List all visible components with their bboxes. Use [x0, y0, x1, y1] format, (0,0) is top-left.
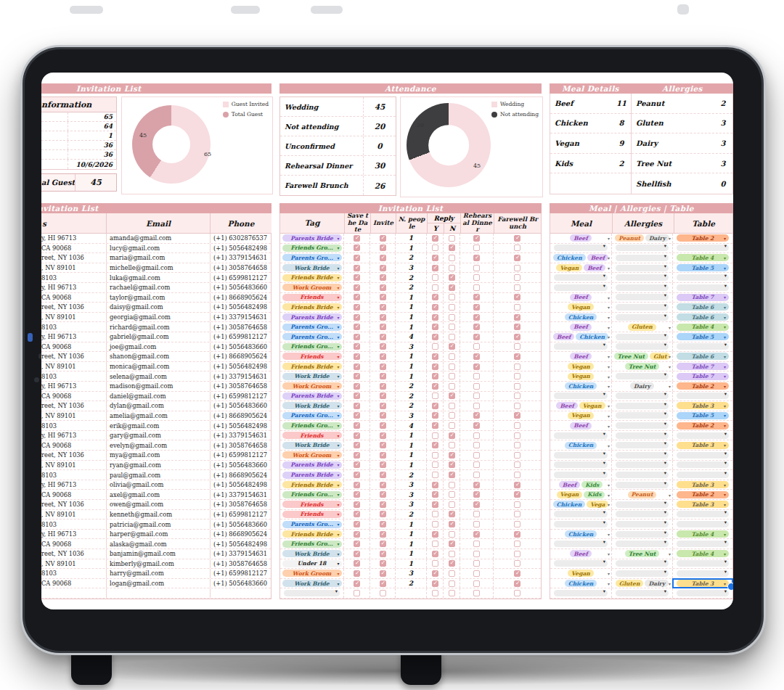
contact-address-cell[interactable]: CA 90068	[41, 392, 107, 401]
contact-address-cell[interactable]: y, HI 96713	[41, 234, 107, 243]
reply-yes-checkbox[interactable]	[432, 255, 438, 261]
save-the-date-checkbox[interactable]	[354, 393, 360, 399]
invite-checkbox[interactable]	[380, 403, 386, 409]
invite-checkbox[interactable]	[380, 324, 386, 330]
empty-allergy-dropdown[interactable]	[616, 255, 669, 261]
contact-address-cell[interactable]: reet, NY 1036	[41, 549, 107, 559]
reply-no-checkbox[interactable]	[449, 412, 455, 419]
tag-pill[interactable]: Parents Bride▾	[282, 461, 342, 469]
reply-yes-checkbox[interactable]	[432, 482, 438, 488]
contact-address-cell[interactable]: reet, NY 1036	[41, 451, 107, 460]
contact-address-cell[interactable]: y, HI 96713	[41, 431, 107, 440]
contact-phone-cell[interactable]: (+1) 3058764658	[211, 559, 271, 569]
chevron-down-icon[interactable]: ▾	[608, 295, 610, 300]
meal-pill[interactable]: Beef	[587, 254, 608, 261]
farewell-brunch-checkbox[interactable]	[514, 304, 520, 311]
reply-no-checkbox[interactable]	[449, 482, 455, 488]
rehearsal-dinner-checkbox[interactable]	[473, 590, 480, 596]
tag-pill[interactable]: Parents Bride▾	[282, 472, 342, 479]
contact-address-cell[interactable]: y, HI 96713	[41, 530, 107, 539]
rehearsal-dinner-checkbox[interactable]	[473, 255, 480, 261]
meal-pill[interactable]: Beef	[570, 353, 591, 360]
empty-table-dropdown[interactable]	[677, 452, 729, 459]
farewell-brunch-checkbox[interactable]	[514, 422, 520, 429]
farewell-brunch-checkbox[interactable]	[514, 403, 520, 409]
empty-allergy-dropdown[interactable]	[616, 294, 669, 300]
farewell-brunch-checkbox[interactable]	[514, 255, 520, 261]
save-the-date-checkbox[interactable]	[354, 541, 360, 547]
reply-yes-checkbox[interactable]	[432, 393, 438, 399]
empty-allergy-dropdown[interactable]	[616, 422, 669, 429]
reply-no-checkbox[interactable]	[449, 245, 455, 251]
invite-checkbox[interactable]	[380, 284, 386, 291]
reply-no-checkbox[interactable]	[449, 235, 455, 242]
empty-allergy-dropdown[interactable]	[616, 245, 669, 251]
farewell-brunch-checkbox[interactable]	[514, 531, 520, 538]
reply-yes-checkbox[interactable]	[432, 461, 438, 468]
empty-meal-dropdown[interactable]	[554, 432, 608, 439]
farewell-brunch-checkbox[interactable]	[514, 432, 520, 439]
tag-pill[interactable]: Parents Gro...▾	[282, 324, 342, 331]
invite-checkbox[interactable]	[380, 412, 386, 419]
contact-email-cell[interactable]: luka@gmail.com	[107, 273, 211, 282]
contact-email-cell[interactable]: selena@gmail.com	[107, 371, 211, 381]
save-the-date-checkbox[interactable]	[354, 294, 360, 300]
save-the-date-checkbox[interactable]	[354, 324, 360, 330]
chevron-down-icon[interactable]: ▾	[608, 532, 610, 537]
contact-phone-cell[interactable]: (+1) 3058764658	[211, 263, 271, 273]
reply-yes-checkbox[interactable]	[432, 432, 438, 439]
rehearsal-dinner-checkbox[interactable]	[473, 314, 480, 321]
allergy-pill[interactable]: Tree Nut	[614, 353, 648, 360]
allergy-pill[interactable]: Tree Nut	[625, 550, 659, 557]
reply-yes-checkbox[interactable]	[432, 314, 438, 321]
contact-address-cell[interactable]: 8103	[41, 273, 107, 282]
contact-phone-cell[interactable]: (+1) 3379154631	[211, 371, 271, 381]
rehearsal-dinner-checkbox[interactable]	[473, 274, 480, 281]
table-pill[interactable]: Table 4▾	[677, 530, 729, 538]
farewell-brunch-checkbox[interactable]	[514, 284, 520, 291]
meal-pill[interactable]: Kids	[581, 481, 603, 488]
meal-pill[interactable]: Chicken	[553, 501, 586, 508]
meal-pill[interactable]: Kids	[584, 491, 605, 498]
empty-table-dropdown[interactable]	[677, 245, 729, 251]
rehearsal-dinner-checkbox[interactable]	[473, 364, 480, 370]
tag-pill[interactable]: Parents Bride▾	[282, 313, 342, 321]
farewell-brunch-checkbox[interactable]	[514, 274, 520, 281]
contact-address-cell[interactable]: , NV 89101	[41, 313, 107, 322]
allergy-pill[interactable]: Gluten	[628, 324, 656, 331]
invite-checkbox[interactable]	[380, 482, 386, 488]
save-the-date-checkbox[interactable]	[354, 364, 360, 370]
save-the-date-checkbox[interactable]	[354, 422, 360, 429]
empty-table-dropdown[interactable]	[677, 560, 729, 567]
farewell-brunch-checkbox[interactable]	[514, 353, 520, 360]
tag-pill[interactable]: Friends Bride▾	[282, 530, 342, 538]
tag-pill[interactable]: Friends▾	[282, 294, 342, 301]
tag-pill[interactable]: Work Bride▾	[282, 580, 342, 587]
contact-email-cell[interactable]: maria@gmail.com	[107, 253, 211, 263]
empty-meal-dropdown[interactable]	[554, 393, 608, 399]
reply-yes-checkbox[interactable]	[432, 422, 438, 429]
contact-address-cell[interactable]: 8103	[41, 371, 107, 381]
reply-no-checkbox[interactable]	[449, 501, 455, 508]
table-pill[interactable]: Table 3▾	[677, 442, 729, 449]
empty-table-dropdown[interactable]	[677, 284, 729, 291]
tag-pill[interactable]: Friends Gro...▾	[282, 541, 342, 548]
contact-email-cell[interactable]: shanon@gmail.com	[107, 352, 211, 361]
table-pill[interactable]: Table 3▾	[677, 481, 729, 488]
tag-pill[interactable]: Work Bride▾	[282, 550, 342, 557]
save-the-date-checkbox[interactable]	[354, 560, 360, 567]
tag-pill[interactable]: Work Bride▾	[282, 373, 342, 380]
reply-no-checkbox[interactable]	[449, 265, 455, 271]
reply-no-checkbox[interactable]	[449, 551, 455, 557]
contact-email-cell[interactable]: evelyn@gmail.com	[107, 440, 211, 450]
save-the-date-checkbox[interactable]	[354, 314, 360, 321]
contact-address-cell[interactable]: CA 90068	[41, 293, 107, 303]
reply-no-checkbox[interactable]	[449, 432, 455, 439]
contact-email-cell[interactable]: ryan@gmail.com	[107, 461, 211, 470]
chevron-down-icon[interactable]: ▾	[669, 324, 671, 329]
tag-pill[interactable]: Friends Gro...▾	[282, 422, 342, 430]
allergy-pill[interactable]: Gluten	[616, 580, 644, 587]
rehearsal-dinner-checkbox[interactable]	[473, 541, 480, 547]
empty-allergy-dropdown[interactable]	[616, 304, 669, 311]
invite-checkbox[interactable]	[380, 551, 386, 557]
